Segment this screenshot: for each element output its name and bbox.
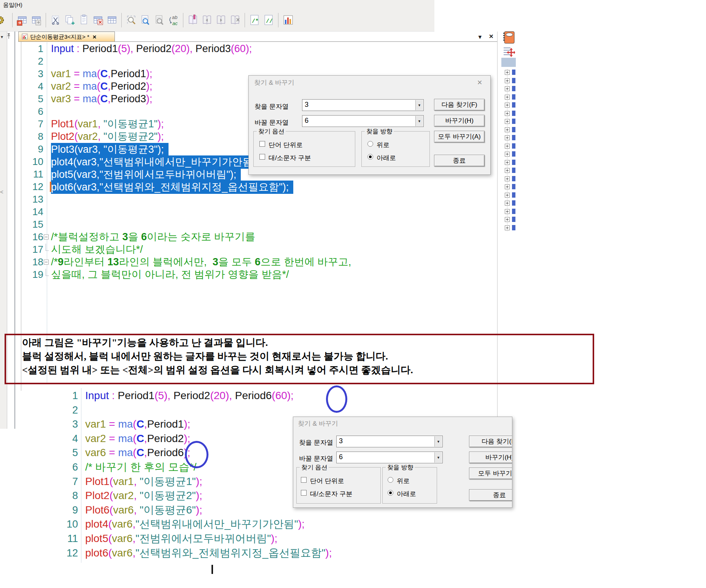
code-line[interactable]: 12plot6(var6,"선택범위와_전체범위지정_옵선필요함"); <box>56 546 514 560</box>
code-line[interactable]: 12plot6(var3,"선택범위와_전체범위지정_옵선필요함"); <box>21 181 497 193</box>
tree-expand-icon[interactable] <box>505 201 510 206</box>
tree-expand-icon[interactable] <box>505 209 510 214</box>
code-line[interactable]: 2 <box>56 403 514 417</box>
tree-expand-icon[interactable] <box>505 135 510 140</box>
comment-block-icon[interactable]: /* <box>248 12 261 28</box>
tree-expand-icon[interactable] <box>505 184 510 189</box>
find-input[interactable]: 3 <box>302 99 424 111</box>
dialog-close-icon[interactable]: ✕ <box>477 79 482 87</box>
tree-expand-icon[interactable] <box>505 78 510 83</box>
tree-expand-icon[interactable] <box>505 176 510 181</box>
settings-icon[interactable] <box>0 12 9 28</box>
code-line[interactable]: 11plot5(var6,"전범위에서모두바뀌어버림"); <box>56 531 514 546</box>
find-dropdown-icon-2[interactable] <box>434 436 442 447</box>
direction-down-radio[interactable] <box>367 154 373 160</box>
tree-expand-icon[interactable] <box>505 217 510 222</box>
fold-collapse-icon[interactable] <box>44 235 49 239</box>
code-line[interactable]: 16/*블럭설정하고 3을 6이라는 숫자로 바꾸기를 <box>21 231 497 243</box>
menu-help[interactable]: 움말(H) <box>3 2 22 9</box>
code-line[interactable]: 17시도해 보겠습니다*/ <box>21 243 497 256</box>
export-result-icon[interactable] <box>16 12 29 28</box>
find-document-icon[interactable] <box>139 12 152 28</box>
replace-input-2[interactable]: 6 <box>336 452 443 463</box>
match-case-checkbox[interactable] <box>259 154 265 160</box>
tree-expand-icon[interactable] <box>505 70 510 75</box>
find-dropdown-icon[interactable] <box>415 100 423 110</box>
export-result-alt-icon[interactable] <box>30 12 43 28</box>
code-line[interactable]: 14 <box>21 206 497 218</box>
code-line[interactable]: 13 <box>21 193 497 206</box>
line-number: 7 <box>56 474 78 489</box>
cut-block-icon[interactable] <box>49 12 62 28</box>
tree-expand-icon[interactable] <box>505 127 510 132</box>
copy-add-icon[interactable] <box>63 12 76 28</box>
tree-item-stub <box>512 160 515 165</box>
svg-text:ac: ac <box>172 21 178 26</box>
comment-line-icon[interactable]: // <box>262 12 275 28</box>
tree-expand-icon[interactable] <box>505 103 510 108</box>
tree-expand-icon[interactable] <box>505 144 510 149</box>
replace-text-icon[interactable]: abac <box>167 12 180 28</box>
close-report-icon[interactable] <box>229 12 242 28</box>
tree-item-stub <box>512 102 515 108</box>
tree-expand-icon[interactable] <box>505 119 510 124</box>
code-line[interactable]: 10plot4(var6,"선택범위내에서만_바꾸기가안됨"); <box>56 517 514 531</box>
code-text: Plot1(var1, "이동평균1"); <box>51 118 164 130</box>
tree-expand-icon[interactable] <box>505 111 510 116</box>
tabbar-close-icon[interactable]: ✕ <box>489 33 494 40</box>
delete-table-icon[interactable] <box>91 12 104 28</box>
tree-expand-icon[interactable] <box>505 160 510 165</box>
report-next-icon[interactable] <box>215 12 227 28</box>
find-next-button-2[interactable]: 다음 찾기(F) <box>469 436 512 447</box>
direction-up-radio-2[interactable] <box>388 477 393 483</box>
direction-down-radio-2[interactable] <box>388 490 393 496</box>
replace-dropdown-icon-2[interactable] <box>434 452 442 463</box>
collapse-arrow-icon[interactable] <box>0 189 3 195</box>
open-report-icon[interactable] <box>186 12 199 28</box>
line-number: 11 <box>56 531 78 546</box>
report-prev-icon[interactable] <box>200 12 213 28</box>
tree-expand-icon[interactable] <box>505 95 510 100</box>
tab-indicator-editor[interactable]: 단순이동평균3<지표> * ✕ <box>18 32 115 42</box>
zoom-select-icon[interactable] <box>125 12 138 28</box>
tree-expand-icon[interactable] <box>505 152 510 157</box>
match-case-checkbox-2[interactable] <box>301 490 307 496</box>
replace-dropdown-icon[interactable] <box>415 116 423 126</box>
fold-collapse-icon[interactable] <box>44 260 49 265</box>
whole-word-checkbox[interactable] <box>259 141 265 147</box>
find-document-alt-icon[interactable] <box>153 12 166 28</box>
tab-overflow-icon[interactable]: ▾ <box>479 33 482 40</box>
paste-icon[interactable] <box>77 12 90 28</box>
replace-all-button-2[interactable]: 모두 바꾸기(A) <box>469 468 512 479</box>
new-table-icon[interactable] <box>105 12 118 28</box>
replace-button[interactable]: 바꾸기(H) <box>434 115 485 127</box>
dropdown-arrow-icon[interactable]: ▾ <box>1 34 3 40</box>
chart-tool-icon[interactable] <box>281 12 294 28</box>
code-line[interactable]: 1Input : Period1(5), Period2(20), Period… <box>21 43 497 55</box>
direction-label-2: 찾을 방향 <box>386 464 415 472</box>
direction-up-radio[interactable] <box>367 141 373 147</box>
code-text: /* 바꾸기 한 후의 모습*/ <box>85 460 196 474</box>
replace-all-button[interactable]: 모두 바꾸기(A) <box>434 131 485 143</box>
code-line[interactable]: 1Input : Period1(5), Period2(20), Period… <box>56 388 514 403</box>
find-input-2[interactable]: 3 <box>336 436 443 447</box>
code-text: plot6(var6,"선택범위와_전체범위지정_옵선필요함"); <box>85 546 332 560</box>
formula-book-icon[interactable] <box>502 30 515 46</box>
code-line[interactable]: 15 <box>21 218 497 231</box>
replace-input[interactable]: 6 <box>302 115 424 127</box>
tree-expand-icon[interactable] <box>505 225 510 230</box>
find-next-button[interactable]: 다음 찾기(F) <box>434 99 485 111</box>
close-button[interactable]: 종료 <box>434 155 485 166</box>
pin-icon[interactable] <box>6 33 11 41</box>
whole-word-checkbox-2[interactable] <box>301 477 307 483</box>
tree-item-stub <box>512 135 515 140</box>
close-button-2[interactable]: 종료 <box>469 489 512 501</box>
code-line[interactable]: 18/*9라인부터 13라인의 블럭에서만, 3을 모두 6으로 한번에 바꾸고… <box>21 256 497 268</box>
code-line[interactable]: 2 <box>21 55 497 68</box>
tree-expand-icon[interactable] <box>505 193 510 198</box>
tree-expand-icon[interactable] <box>505 168 510 173</box>
tab-close-icon[interactable]: ✕ <box>92 34 97 40</box>
replace-button-2[interactable]: 바꾸기(H) <box>469 452 512 463</box>
tree-expand-icon[interactable] <box>505 86 510 91</box>
code-line[interactable]: 19싶을때, 그 블럭만이 아니라, 전 범위가 영향을 받음*/ <box>21 268 497 281</box>
